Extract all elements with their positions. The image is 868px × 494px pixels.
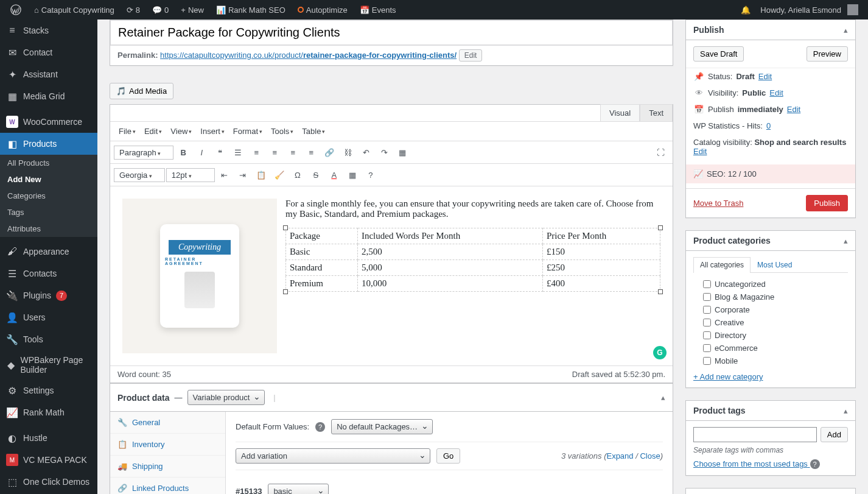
- outdent-button[interactable]: ⇤: [216, 166, 233, 183]
- new-content-link[interactable]: +New: [176, 0, 209, 19]
- help-icon[interactable]: ?: [315, 422, 325, 432]
- menu-hustle[interactable]: ◐Hustle: [0, 427, 97, 449]
- tab-text[interactable]: Text: [640, 104, 673, 121]
- category-checkbox[interactable]: [703, 357, 711, 365]
- textcolor-button[interactable]: A: [326, 166, 343, 183]
- category-option[interactable]: Uncategorized: [693, 278, 848, 291]
- category-option[interactable]: eCommerce: [693, 342, 848, 355]
- quote-button[interactable]: ❝: [211, 144, 228, 161]
- category-checkbox[interactable]: [703, 306, 711, 314]
- product-title-input[interactable]: [111, 21, 672, 44]
- menu-tools[interactable]: 🔧Tools: [0, 328, 97, 350]
- toggle-categories[interactable]: ▴: [844, 236, 848, 245]
- tab-shipping[interactable]: 🚚Shipping: [110, 456, 225, 478]
- intro-paragraph[interactable]: For a single monthly fee, you can ensure…: [285, 199, 660, 219]
- format-select[interactable]: Paragraph: [114, 146, 173, 160]
- save-draft-button[interactable]: Save Draft: [693, 46, 744, 62]
- submenu-tags[interactable]: Tags: [0, 204, 97, 221]
- specialchar-button[interactable]: Ω: [289, 166, 306, 183]
- submenu-all-products[interactable]: All Products: [0, 155, 97, 171]
- menu-assistant[interactable]: ✦Assistant: [0, 63, 97, 85]
- menu-edit[interactable]: Edit: [141, 124, 166, 138]
- bold-button[interactable]: B: [175, 144, 192, 161]
- product-image[interactable]: Copywriting RETAINER AGREEMENT: [122, 199, 277, 353]
- menu-mediagrid[interactable]: ▦Media Grid: [0, 85, 97, 107]
- toolbar-toggle-button[interactable]: ▦: [394, 144, 411, 161]
- menu-plugins[interactable]: 🔌Plugins 7: [0, 284, 97, 306]
- site-name-link[interactable]: ⌂Catapult Copywriting: [29, 0, 119, 19]
- packages-table[interactable]: Package Included Words Per Month Price P…: [285, 228, 660, 292]
- redo-button[interactable]: ↷: [376, 144, 393, 161]
- account-link[interactable]: Howdy, Ariella Esmond: [755, 0, 863, 19]
- default-form-select[interactable]: No default Packages…: [331, 419, 433, 434]
- autoptimize-toolbar[interactable]: Autoptimize: [293, 0, 352, 19]
- all-categories-tab[interactable]: All categories: [693, 257, 751, 273]
- close-link[interactable]: Close: [640, 451, 660, 460]
- toggle-publish[interactable]: ▴: [844, 26, 848, 35]
- category-option[interactable]: Creative: [693, 316, 848, 329]
- strike-button[interactable]: S: [307, 166, 324, 183]
- menu-view[interactable]: View: [167, 124, 195, 138]
- comments-link[interactable]: 💬0: [147, 0, 173, 19]
- submenu-attributes[interactable]: Attributes: [0, 221, 97, 237]
- table-button[interactable]: ▦: [344, 166, 361, 183]
- menu-contacts[interactable]: ☰Contacts: [0, 263, 97, 284]
- most-used-tab[interactable]: Most Used: [751, 257, 799, 272]
- category-option[interactable]: Mobile: [693, 355, 848, 367]
- undo-button[interactable]: ↶: [357, 144, 374, 161]
- wpstats-link[interactable]: 0: [766, 121, 771, 130]
- tab-inventory[interactable]: 📋Inventory: [110, 434, 225, 456]
- italic-button[interactable]: I: [193, 144, 210, 161]
- category-checkbox[interactable]: [703, 280, 711, 288]
- align-right-button[interactable]: ≡: [303, 144, 320, 161]
- indent-button[interactable]: ⇥: [234, 166, 251, 183]
- menu-vcmega[interactable]: MVC MEGA PACK: [0, 449, 97, 471]
- menu-users[interactable]: 👤Users: [0, 306, 97, 328]
- category-option[interactable]: Corporate: [693, 303, 848, 316]
- tab-linked[interactable]: 🔗Linked Products: [110, 478, 225, 494]
- menu-stacks[interactable]: ≡Stacks: [0, 19, 97, 41]
- tab-general[interactable]: 🔧General: [110, 412, 225, 434]
- toggle-tags[interactable]: ▴: [844, 406, 848, 415]
- wp-logo[interactable]: [5, 0, 27, 19]
- clear-format-button[interactable]: 🧹: [271, 166, 288, 183]
- edit-visibility-link[interactable]: Edit: [769, 88, 783, 97]
- menu-contact[interactable]: ✉Contact: [0, 41, 97, 63]
- updates-link[interactable]: ⟳8: [122, 0, 145, 19]
- add-tag-button[interactable]: Add: [821, 427, 848, 442]
- category-checkbox[interactable]: [703, 331, 711, 339]
- publish-button[interactable]: Publish: [806, 195, 848, 211]
- menu-file[interactable]: File: [115, 124, 139, 138]
- menu-insert[interactable]: Insert: [197, 124, 228, 138]
- permalink-link[interactable]: https://catapultcopywriting.co.uk/produc…: [160, 51, 457, 60]
- editor-canvas[interactable]: Copywriting RETAINER AGREEMENT For a sin…: [110, 186, 673, 365]
- font-select[interactable]: Georgia: [114, 168, 165, 182]
- menu-format[interactable]: Format: [229, 124, 266, 138]
- variation-attribute-select[interactable]: basic: [268, 484, 329, 494]
- category-option[interactable]: Blog & Magazine: [693, 291, 848, 303]
- menu-appearance[interactable]: 🖌Appearance: [0, 241, 97, 263]
- submenu-add-new[interactable]: Add New: [0, 171, 97, 188]
- menu-tools[interactable]: Tools: [267, 124, 297, 138]
- rankmath-toolbar[interactable]: 📊Rank Math SEO: [211, 0, 290, 19]
- category-checkbox[interactable]: [703, 344, 711, 352]
- product-type-select[interactable]: Variable product: [187, 390, 265, 405]
- tag-input[interactable]: [693, 427, 817, 442]
- align-center-button[interactable]: ≡: [284, 144, 301, 161]
- notifications-icon[interactable]: 🔔: [736, 0, 755, 19]
- expand-link[interactable]: Expand: [606, 451, 633, 460]
- paste-button[interactable]: 📋: [253, 166, 270, 183]
- help-button[interactable]: ?: [362, 166, 379, 183]
- preview-button[interactable]: Preview: [807, 46, 848, 62]
- menu-table[interactable]: Table: [298, 124, 329, 138]
- menu-rankmath[interactable]: 📈Rank Math: [0, 401, 97, 423]
- submenu-categories[interactable]: Categories: [0, 188, 97, 204]
- menu-woocommerce[interactable]: WWooCommerce: [0, 111, 97, 133]
- grammarly-icon[interactable]: G: [653, 346, 667, 359]
- events-toolbar[interactable]: 📅Events: [355, 0, 401, 19]
- edit-publish-date-link[interactable]: Edit: [787, 105, 800, 114]
- edit-slug-button[interactable]: Edit: [459, 49, 483, 62]
- move-to-trash-link[interactable]: Move to Trash: [693, 199, 743, 208]
- category-checkbox[interactable]: [703, 319, 711, 326]
- toggle-product-data[interactable]: ▴: [661, 393, 665, 402]
